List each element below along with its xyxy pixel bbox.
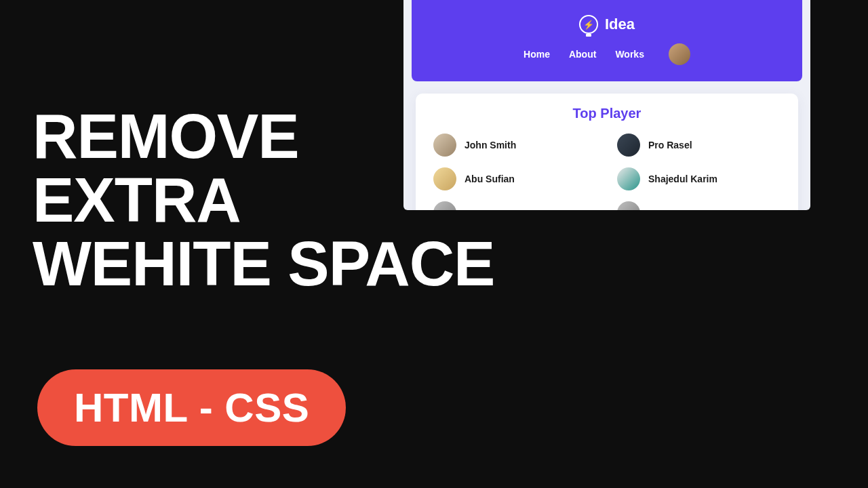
list-item: [617, 201, 781, 210]
list-item: Abu Sufian: [433, 167, 597, 190]
card-title: Top Player: [433, 106, 781, 121]
nav-works[interactable]: Works: [615, 49, 644, 60]
lightbulb-icon: ⚡: [579, 15, 598, 34]
website-mockup: ⚡ Idea Home About Works Top Player John …: [403, 0, 810, 210]
nav-about[interactable]: About: [569, 49, 596, 60]
player-avatar-icon: [433, 167, 456, 190]
tech-pill-label: HTML - CSS: [74, 385, 309, 430]
player-avatar-icon: [617, 201, 640, 210]
player-avatar-icon: [433, 201, 456, 210]
player-grid: John Smith Pro Rasel Abu Sufian Shajedul…: [433, 134, 781, 210]
mockup-inner: ⚡ Idea Home About Works Top Player John …: [412, 0, 802, 210]
avatar[interactable]: [669, 43, 690, 65]
nav-bar: Home About Works: [524, 43, 690, 65]
brand-name: Idea: [605, 16, 635, 33]
brand: ⚡ Idea: [579, 15, 635, 34]
player-avatar-icon: [433, 134, 456, 157]
player-name: Shajedul Karim: [648, 174, 717, 184]
player-name: John Smith: [465, 140, 516, 150]
headline-line-3: WEHITE SPACE: [33, 232, 494, 296]
thumbnail-stage: REMOVE EXTRA WEHITE SPACE HTML - CSS ⚡ I…: [0, 0, 868, 488]
list-item: Pro Rasel: [617, 134, 781, 157]
top-player-card: Top Player John Smith Pro Rasel Abu Sufi…: [416, 94, 798, 210]
player-name: Abu Sufian: [465, 174, 515, 184]
tech-pill: HTML - CSS: [37, 369, 346, 446]
mockup-header: ⚡ Idea Home About Works: [412, 0, 802, 81]
list-item: John Smith: [433, 134, 597, 157]
list-item: Shajedul Karim: [617, 167, 781, 190]
player-avatar-icon: [617, 167, 640, 190]
player-name: Pro Rasel: [648, 140, 692, 150]
list-item: [433, 201, 597, 210]
nav-home[interactable]: Home: [524, 49, 550, 60]
player-avatar-icon: [617, 134, 640, 157]
